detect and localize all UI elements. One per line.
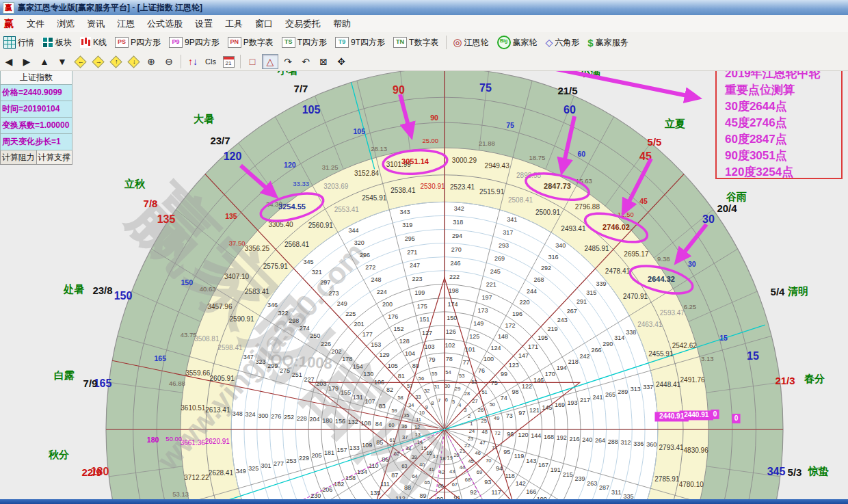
drawtool-triangle[interactable]: △ — [262, 54, 278, 69]
drawtool-zoom-in[interactable]: ⊕ — [143, 54, 159, 69]
svg-text:150: 150 — [181, 278, 193, 287]
menu-item-公式选股[interactable]: 公式选股 — [141, 16, 189, 31]
svg-text:2644.32: 2644.32 — [648, 275, 675, 283]
svg-text:360: 360 — [646, 441, 657, 448]
svg-text:31.25: 31.25 — [322, 163, 339, 171]
svg-text:3559.66: 3559.66 — [185, 369, 211, 377]
toolbar-button-P数字表[interactable]: PNP数字表 — [224, 35, 278, 51]
svg-text:78: 78 — [446, 356, 453, 362]
toolbar-button-9P四方形[interactable]: P99P四方形 — [165, 35, 224, 51]
annotation-line-4: 60度2847点 — [725, 131, 841, 148]
svg-text:250: 250 — [310, 332, 320, 339]
svg-text:318: 318 — [453, 219, 463, 226]
annotation-line-3: 45度2746点 — [725, 115, 841, 131]
drawtool-tri-down[interactable]: ▼ — [54, 54, 70, 69]
svg-text:198: 198 — [449, 287, 459, 294]
drawtool-tri-left[interactable]: ◀ — [1, 54, 17, 69]
svg-text:317: 317 — [503, 229, 513, 236]
svg-text:56: 56 — [419, 375, 424, 382]
window-title: 赢家江恩专业版[赢家服务平台] - [上证指数 江恩轮] — [18, 2, 202, 14]
svg-text:62: 62 — [394, 451, 399, 457]
toolbar-label: K线 — [93, 37, 107, 49]
svg-text:63: 63 — [401, 463, 407, 469]
svg-text:19: 19 — [447, 455, 452, 461]
drawtool-xbox[interactable]: ⊠ — [315, 54, 332, 69]
svg-text:59: 59 — [391, 408, 397, 414]
svg-text:294: 294 — [452, 233, 462, 239]
svg-text:220: 220 — [520, 299, 530, 306]
svg-text:239: 239 — [574, 475, 585, 482]
svg-text:2560.91: 2560.91 — [308, 222, 334, 229]
svg-text:166: 166 — [526, 488, 536, 495]
toolbar-button-六角形[interactable]: ◇六角形 — [542, 35, 585, 51]
svg-text:289: 289 — [618, 388, 628, 395]
drawtool-updown[interactable]: ↑↓ — [185, 54, 201, 69]
svg-text:53: 53 — [459, 373, 464, 379]
menu-item-交易委托[interactable]: 交易委托 — [279, 16, 327, 31]
toolbar-button-T四方形[interactable]: TST四方形 — [278, 35, 332, 51]
svg-text:2485.91: 2485.91 — [585, 245, 610, 252]
svg-text:93: 93 — [484, 479, 491, 486]
toolbar-button-K线[interactable]: K线 — [77, 35, 111, 51]
toolbar-button-9T四方形[interactable]: T99T四方形 — [332, 35, 390, 51]
svg-text:199: 199 — [414, 289, 425, 296]
toolbar-button-T数字表[interactable]: TNT数字表 — [390, 35, 443, 51]
svg-text:226: 226 — [321, 341, 331, 347]
toolbar-label: P四方形 — [131, 37, 161, 49]
annotation-line-5: 90度3051点 — [725, 148, 841, 164]
svg-text:172: 172 — [505, 322, 516, 329]
drawtool-zoom-out[interactable]: ⊖ — [161, 54, 177, 69]
svg-text:83: 83 — [379, 403, 386, 410]
svg-text:130: 130 — [363, 371, 373, 377]
button-计算阻力[interactable]: 计算阻力 — [0, 150, 37, 165]
menu-item-资讯[interactable]: 资讯 — [81, 16, 111, 31]
svg-text:11: 11 — [416, 416, 421, 423]
svg-text:348: 348 — [233, 410, 243, 417]
svg-text:21: 21 — [460, 448, 465, 454]
svg-text:7/7: 7/7 — [294, 83, 308, 94]
svg-text:68: 68 — [465, 477, 471, 483]
svg-text:12: 12 — [414, 424, 420, 430]
menu-item-江恩[interactable]: 江恩 — [111, 16, 141, 31]
svg-text:192: 192 — [557, 434, 567, 441]
svg-text:9: 9 — [425, 404, 428, 410]
drawtool-diamond-right[interactable]: → — [90, 54, 106, 69]
svg-text:60: 60 — [577, 150, 585, 158]
toolbar-button-江恩轮[interactable]: ◎江恩轮 — [449, 35, 493, 51]
drawtool-cls[interactable]: Cls — [202, 54, 219, 69]
gann-icon: ◎ — [453, 37, 462, 48]
drawtool-diamond-left[interactable]: ← — [72, 54, 88, 69]
toolbar-button-P四方形[interactable]: PSP四方形 — [111, 35, 165, 51]
menu-item-窗口[interactable]: 窗口 — [249, 16, 279, 31]
drawtool-rotate-cw[interactable]: ↷ — [280, 54, 296, 69]
menu-item-设置[interactable]: 设置 — [189, 16, 219, 31]
toolbar-button-板块[interactable]: 板块 — [39, 35, 77, 51]
menu-item-文件[interactable]: 文件 — [21, 16, 51, 31]
svg-text:269: 269 — [494, 255, 505, 262]
drawtool-diamond-up[interactable]: ↑ — [107, 54, 124, 69]
button-计算支撑[interactable]: 计算支撑 — [37, 150, 73, 165]
drawtool-rotate-ccw[interactable]: ↶ — [297, 54, 314, 69]
toolbar-button-行情[interactable]: 行情 — [0, 34, 39, 51]
menu-item-帮助[interactable]: 帮助 — [327, 16, 357, 31]
svg-text:178: 178 — [342, 356, 352, 362]
menu-item-浏览[interactable]: 浏览 — [51, 16, 81, 31]
toolbar-button-赢家轮[interactable]: Big赢家轮 — [494, 34, 542, 51]
svg-text:3254.55: 3254.55 — [278, 202, 306, 211]
svg-text:165: 165 — [154, 354, 166, 362]
svg-text:169: 169 — [555, 401, 565, 408]
svg-text:152: 152 — [393, 326, 403, 332]
svg-text:37: 37 — [402, 434, 408, 440]
svg-text:347: 347 — [243, 354, 254, 360]
drawtool-tri-up[interactable]: ▲ — [36, 54, 53, 69]
menu-item-工具[interactable]: 工具 — [219, 16, 249, 31]
toolbar-button-赢家服务[interactable]: $赢家服务 — [584, 35, 633, 51]
svg-text:2593.47: 2593.47 — [660, 309, 685, 317]
drawtool-tri-right[interactable]: ▶ — [18, 54, 35, 69]
drawtool-calendar[interactable]: 21 — [220, 54, 237, 69]
drawtool-diamond-down[interactable]: ↓ — [125, 54, 142, 69]
drawtool-square[interactable]: □ — [244, 54, 261, 69]
svg-text:202: 202 — [332, 348, 342, 355]
drawtool-center[interactable]: ✥ — [333, 54, 349, 69]
svg-text:273: 273 — [328, 290, 339, 297]
